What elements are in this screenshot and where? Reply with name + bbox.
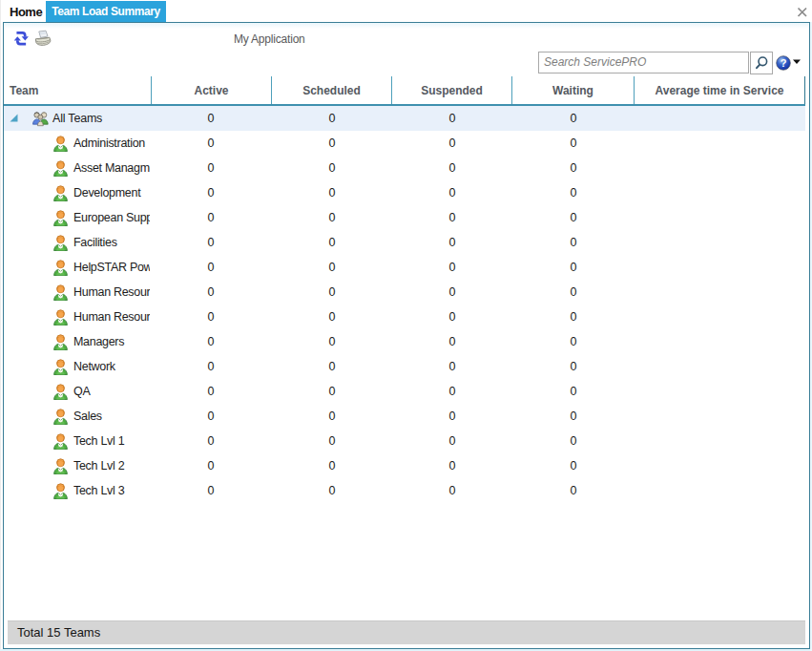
svg-text:?: ? [781,57,787,69]
